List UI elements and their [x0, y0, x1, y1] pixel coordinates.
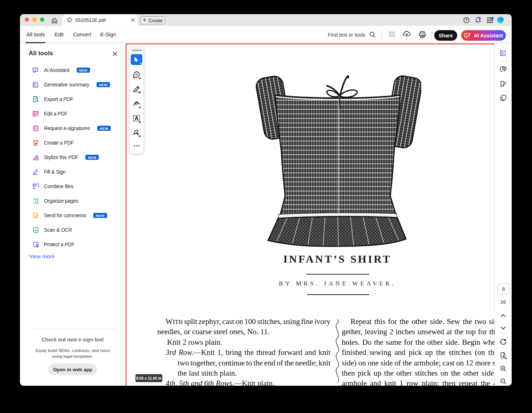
svg-text:?: ? — [465, 18, 467, 22]
svg-text:A: A — [34, 228, 37, 232]
